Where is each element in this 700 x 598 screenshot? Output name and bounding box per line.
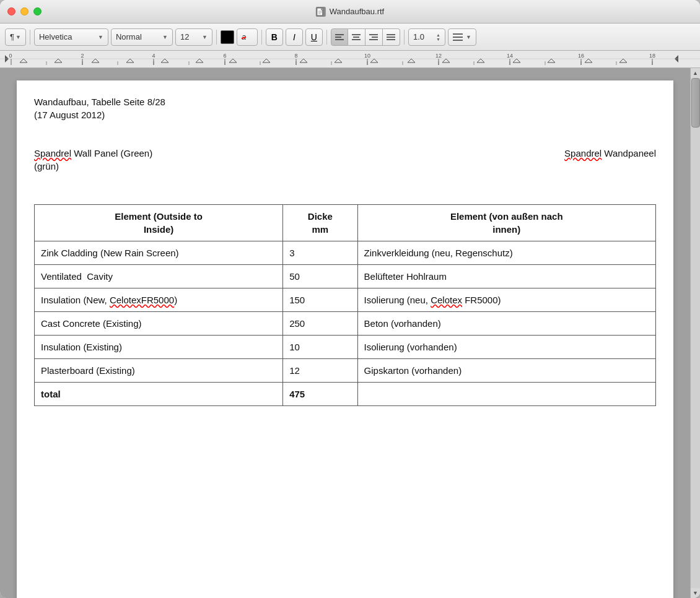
svg-text:12: 12 <box>435 53 442 59</box>
table-cell-element: Plasterboard (Existing) <box>35 359 283 383</box>
scrollbar-down-arrow[interactable]: ▼ <box>691 588 701 598</box>
document-subtitle: (17 August 2012) <box>34 108 656 121</box>
minimize-button[interactable] <box>20 7 28 15</box>
svg-text:8: 8 <box>294 53 297 59</box>
svg-rect-19 <box>0 51 700 67</box>
svg-text:2: 2 <box>81 53 84 59</box>
page: Wandaufbau, Tabelle Seite 8/28 (17 Augus… <box>17 80 673 598</box>
table-cell-total-label: total <box>35 383 283 406</box>
spandrel-left-heading: Spandrel Wall Panel (Green) <box>34 147 152 160</box>
font-style-label: Normal <box>116 32 142 41</box>
font-size-selector[interactable]: 12 ▼ <box>175 28 212 46</box>
table-header-element: Element (Outside toInside) <box>35 205 283 241</box>
align-right-button[interactable] <box>365 28 383 46</box>
font-size-label: 12 <box>180 32 189 41</box>
document-title: Wandaufbau, Tabelle Seite 8/28 <box>34 95 656 108</box>
align-left-button[interactable] <box>331 28 348 46</box>
maximize-button[interactable] <box>33 7 42 15</box>
separator-1 <box>30 30 30 45</box>
spandrel-left: Spandrel Wall Panel (Green) (grün) <box>34 147 152 173</box>
bold-button[interactable]: B <box>266 28 283 46</box>
underline-button[interactable]: U <box>305 28 323 46</box>
strikethrough-button[interactable]: a <box>237 28 258 46</box>
table-cell-element-de: Beton (vorhanden) <box>357 312 655 336</box>
table-header-dicke: Dickemm <box>283 205 357 241</box>
separator-4 <box>326 30 327 45</box>
table-header-element-de: Element (von außen nachinnen) <box>357 205 655 241</box>
traffic-lights <box>7 7 42 15</box>
window: Wandaufbau.rtf ¶ ▼ Helvetica ▼ Normal ▼ … <box>0 0 700 598</box>
header-element-de-label: Element (von außen nachinnen) <box>450 211 563 235</box>
table-cell-dicke: 150 <box>283 288 357 312</box>
table-cell-element: Ventilated Cavity <box>35 265 283 288</box>
separator-3 <box>261 30 262 45</box>
separator-5 <box>404 30 405 45</box>
list-button[interactable]: ▼ <box>448 28 476 46</box>
document-header: Wandaufbau, Tabelle Seite 8/28 (17 Augus… <box>34 95 656 121</box>
font-family-label: Helvetica <box>39 32 72 41</box>
table-row: Cast Concrete (Existing) 250 Beton (vorh… <box>35 312 656 336</box>
document-area[interactable]: Wandaufbau, Tabelle Seite 8/28 (17 Augus… <box>0 68 690 598</box>
text-color-button[interactable] <box>221 30 234 44</box>
table-total-row: total 475 <box>35 383 656 406</box>
table-row: Zink Cladding (New Rain Screen) 3 Zinkve… <box>35 241 656 265</box>
svg-text:4: 4 <box>152 53 155 59</box>
spandrel-right-word: Spandrel <box>564 148 602 158</box>
svg-text:18: 18 <box>649 53 655 59</box>
bold-icon: B <box>271 32 278 42</box>
italic-icon: I <box>293 32 295 42</box>
spandrel-left-sub: (grün) <box>34 160 152 173</box>
svg-text:16: 16 <box>578 53 584 59</box>
line-spacing-button[interactable]: 1.0 ▲▼ <box>408 28 445 46</box>
spandrel-left-rest: Wall Panel (Green) <box>71 148 152 158</box>
ruler: 0 2 4 6 8 10 12 14 16 <box>0 51 700 68</box>
scrollbar[interactable]: ▲ ▼ <box>690 68 700 598</box>
ruler-svg: 0 2 4 6 8 10 12 14 16 <box>0 51 700 67</box>
font-family-arrow: ▼ <box>98 34 103 40</box>
table-cell-element: Insulation (New, CelotexFR5000) <box>35 288 283 312</box>
scrollbar-track[interactable] <box>691 78 700 588</box>
wall-table: Element (Outside toInside) Dickemm Eleme… <box>34 204 656 406</box>
font-style-selector[interactable]: Normal ▼ <box>111 28 173 46</box>
table-header-row: Element (Outside toInside) Dickemm Eleme… <box>35 205 656 241</box>
strikethrough-icon: a <box>242 32 246 41</box>
scrollbar-up-arrow[interactable]: ▲ <box>691 68 701 78</box>
underline-icon: U <box>311 32 317 42</box>
spandrel-right-rest: Wandpaneel <box>602 148 656 158</box>
align-center-button[interactable] <box>348 28 365 46</box>
table-cell-element: Insulation (Existing) <box>35 336 283 359</box>
table-row: Insulation (New, CelotexFR5000) 150 Isol… <box>35 288 656 312</box>
close-button[interactable] <box>7 7 15 15</box>
window-title-area: Wandaufbau.rtf <box>316 7 384 17</box>
svg-text:14: 14 <box>507 53 513 59</box>
table-cell-element-de: Belüfteter Hohlraum <box>357 265 655 288</box>
spandrel-right: Spandrel Wandpaneel <box>564 147 656 173</box>
table-cell-element-de: Isolierung (neu, Celotex FR5000) <box>357 288 655 312</box>
table-cell-element: Cast Concrete (Existing) <box>35 312 283 336</box>
table-cell-element-de: Isolierung (vorhanden) <box>357 336 655 359</box>
svg-text:10: 10 <box>364 53 370 59</box>
table-row: Ventilated Cavity 50 Belüfteter Hohlraum <box>35 265 656 288</box>
separator-2 <box>216 30 217 45</box>
list-arrow: ▼ <box>466 34 471 40</box>
alignment-group <box>331 28 400 46</box>
font-style-arrow: ▼ <box>162 34 168 40</box>
table-row: Plasterboard (Existing) 12 Gipskarton (v… <box>35 359 656 383</box>
table-cell-dicke: 12 <box>283 359 357 383</box>
spandrel-left-word: Spandrel <box>34 148 71 158</box>
scrollbar-thumb[interactable] <box>691 78 700 128</box>
table-cell-dicke: 3 <box>283 241 357 265</box>
content-area: Wandaufbau, Tabelle Seite 8/28 (17 Augus… <box>0 68 700 598</box>
italic-button[interactable]: I <box>286 28 303 46</box>
font-family-selector[interactable]: Helvetica ▼ <box>34 28 108 46</box>
table-cell-element-de: Gipskarton (vorhanden) <box>357 359 655 383</box>
table-cell-dicke: 250 <box>283 312 357 336</box>
title-bar: Wandaufbau.rtf <box>0 0 700 24</box>
spandrel-heading: Spandrel Wall Panel (Green) (grün) Spand… <box>34 147 656 173</box>
svg-text:0: 0 <box>9 53 12 59</box>
align-justify-button[interactable] <box>383 28 400 46</box>
table-cell-dicke: 10 <box>283 336 357 359</box>
table-row: Insulation (Existing) 10 Isolierung (vor… <box>35 336 656 359</box>
table-cell-total-empty <box>357 383 655 406</box>
paragraph-button[interactable]: ¶ ▼ <box>5 28 26 46</box>
